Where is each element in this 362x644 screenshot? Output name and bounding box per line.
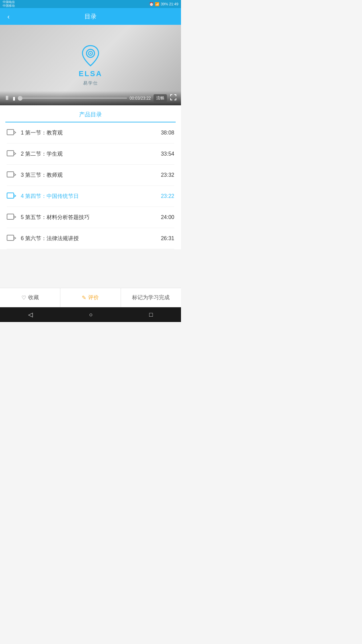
play-pause-button[interactable]: ⏸ — [4, 95, 10, 102]
lesson-item[interactable]: 2 第二节：学生观 33:54 — [7, 144, 174, 165]
video-icon — [7, 214, 16, 221]
lesson-duration: 33:54 — [161, 151, 174, 157]
carrier-info: 中国电信 中国移动 — [3, 0, 15, 8]
video-icon — [7, 129, 16, 137]
video-logo: ELSA 易学仕 — [79, 44, 103, 86]
recents-nav-button[interactable]: □ — [142, 309, 160, 321]
svg-point-2 — [90, 53, 91, 54]
lesson-title: 6 第六节：法律法规讲授 — [21, 235, 158, 242]
lesson-title: 5 第五节：材料分析答题技巧 — [21, 214, 158, 221]
lesson-duration: 24:00 — [161, 214, 174, 220]
content-area: 产品目录 1 第一节：教育观 38:08 2 第二节：学生观 33:54 3 第… — [0, 105, 181, 249]
catalog-title-row: 产品目录 — [5, 105, 176, 122]
mark-label: 标记为学习完成 — [132, 294, 170, 301]
lesson-list: 1 第一节：教育观 38:08 2 第二节：学生观 33:54 3 第三节：教师… — [0, 122, 181, 249]
lesson-title: 1 第一节：教育观 — [21, 129, 158, 137]
lesson-duration: 26:31 — [161, 235, 174, 241]
video-icon — [7, 193, 16, 200]
svg-rect-7 — [7, 214, 14, 219]
svg-rect-5 — [7, 172, 14, 177]
lesson-item[interactable]: 3 第三节：教师观 23:32 — [7, 165, 174, 186]
time-display: 00:03/23:22 — [130, 96, 151, 101]
video-player[interactable]: ELSA 易学仕 ⏸ ▮ 00:03/23:22 流畅 — [0, 25, 181, 105]
mark-complete-button[interactable]: 标记为学习完成 — [121, 288, 181, 307]
top-bar: ‹ 目录 — [0, 8, 181, 25]
review-label: 评价 — [88, 294, 99, 301]
bottom-bar: ♡ 收藏 ✎ 评价 标记为学习完成 — [0, 288, 181, 307]
review-icon: ✎ — [82, 294, 86, 301]
lesson-title: 3 第三节：教师观 — [21, 172, 158, 179]
progress-thumb — [18, 96, 22, 101]
favorite-button[interactable]: ♡ 收藏 — [0, 288, 60, 307]
lesson-duration: 23:22 — [161, 193, 174, 199]
status-bar: 中国电信 中国移动 ⏰ 📶 39% 21:49 — [0, 0, 181, 8]
lesson-item[interactable]: 1 第一节：教育观 38:08 — [7, 122, 174, 144]
svg-rect-6 — [7, 193, 14, 198]
video-icon — [7, 235, 16, 242]
time-display: 21:49 — [169, 2, 178, 6]
heart-icon: ♡ — [21, 294, 26, 301]
elsa-logo-icon — [80, 44, 101, 67]
back-button[interactable]: ‹ — [5, 10, 12, 23]
lesson-item[interactable]: 5 第五节：材料分析答题技巧 24:00 — [7, 207, 174, 228]
elsa-cn-text: 易学仕 — [83, 80, 98, 86]
battery-text: 39% — [161, 2, 168, 6]
lesson-item[interactable]: 4 第四节：中国传统节日 23:22 — [7, 186, 174, 207]
lesson-duration: 23:32 — [161, 172, 174, 178]
video-controls: ⏸ ▮ 00:03/23:22 流畅 — [0, 91, 181, 105]
clock-icon: ⏰ — [149, 2, 154, 6]
lesson-item[interactable]: 6 第六节：法律法规讲授 26:31 — [7, 228, 174, 249]
stop-button[interactable]: ▮ — [13, 96, 15, 101]
svg-rect-3 — [7, 129, 14, 135]
quality-button[interactable]: 流畅 — [154, 94, 167, 102]
catalog-title: 产品目录 — [79, 111, 102, 118]
video-icon — [7, 171, 16, 179]
wifi-icon: 📶 — [155, 2, 160, 6]
home-nav-button[interactable]: ○ — [82, 309, 100, 321]
fullscreen-button[interactable] — [170, 94, 177, 103]
review-button[interactable]: ✎ 评价 — [60, 288, 121, 307]
video-icon — [7, 150, 16, 158]
lesson-title: 2 第二节：学生观 — [21, 151, 158, 158]
svg-rect-8 — [7, 235, 14, 240]
nav-bar: ◁ ○ □ — [0, 307, 181, 322]
status-right: ⏰ 📶 39% 21:49 — [149, 2, 178, 6]
elsa-text: ELSA — [79, 69, 103, 78]
progress-bar[interactable] — [18, 98, 127, 99]
page-title: 目录 — [84, 12, 97, 20]
favorite-label: 收藏 — [28, 294, 39, 301]
lesson-title: 4 第四节：中国传统节日 — [21, 193, 158, 200]
lesson-duration: 38:08 — [161, 130, 174, 136]
svg-rect-4 — [7, 151, 14, 156]
back-nav-button[interactable]: ◁ — [21, 308, 40, 321]
